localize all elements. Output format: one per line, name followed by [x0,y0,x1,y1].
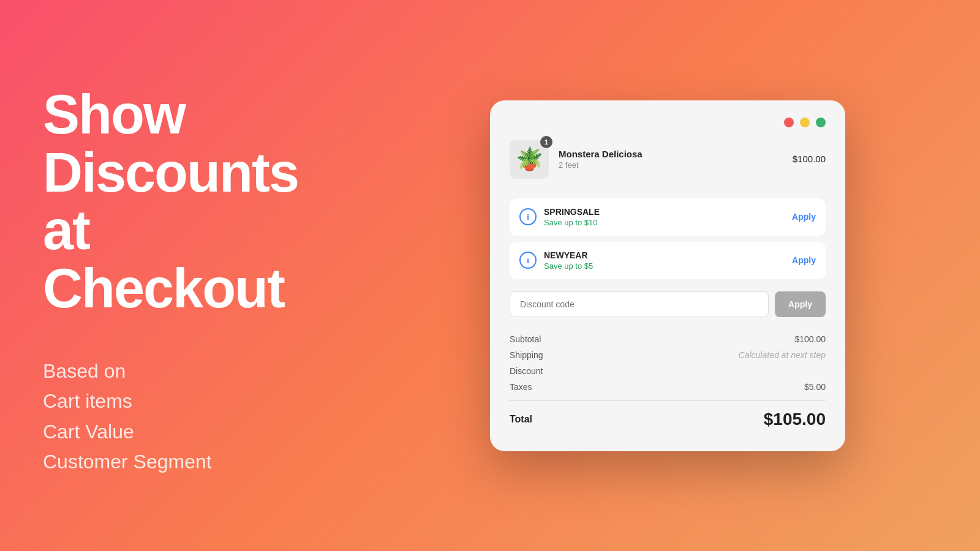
list-item-customer-segment: Customer Segment [43,447,337,478]
window-dot-green [816,118,826,127]
product-price: $100.00 [793,154,826,164]
product-badge: 1 [540,136,552,148]
discount-savings-2: Save up to $5 [544,261,785,271]
based-on-label: Based on [43,356,337,387]
total-divider [510,400,826,401]
taxes-value: $5.00 [804,382,826,392]
taxes-row: Taxes $5.00 [510,382,826,392]
checkout-card: 🪴 1 Monstera Deliciosa 2 feet $100.00 i … [490,100,845,451]
product-row: 🪴 1 Monstera Deliciosa 2 feet $100.00 [510,140,826,184]
order-summary: Subtotal $100.00 Shipping Calculated at … [510,332,826,429]
discount-texts-2: NEWYEAR Save up to $5 [544,250,785,271]
apply-discount-1-button[interactable]: Apply [792,212,816,222]
product-name: Monstera Deliciosa [559,149,783,159]
subtotal-row: Subtotal $100.00 [510,334,826,344]
discount-input-row: Apply [510,291,826,317]
taxes-label: Taxes [510,382,532,392]
discount-row: Discount [510,366,826,376]
based-on-list: Based on Cart items Cart Value Customer … [43,356,337,478]
discount-code-1: SPRINGSALE [544,207,785,217]
subtotal-label: Subtotal [510,334,541,344]
apply-discount-2-button[interactable]: Apply [792,255,816,265]
total-row: Total $105.00 [510,410,826,429]
total-value: $105.00 [764,410,826,429]
product-variant: 2 feet [559,160,783,170]
window-controls [510,118,826,127]
info-icon-2: i [519,252,537,269]
discount-suggestion-1: i SPRINGSALE Save up to $10 Apply [510,198,826,236]
product-info: Monstera Deliciosa 2 feet [559,149,783,170]
window-dot-yellow [800,118,810,127]
product-image-wrap: 🪴 1 [510,140,549,179]
info-icon-1: i [519,208,537,225]
list-item-cart-items: Cart items [43,386,337,417]
left-panel: Show Discounts at Checkout Based on Cart… [0,0,380,551]
window-dot-red [784,118,794,127]
shipping-row: Shipping Calculated at next step [510,350,826,360]
discount-label: Discount [510,366,543,376]
discount-texts-1: SPRINGSALE Save up to $10 [544,207,785,227]
discount-code-2: NEWYEAR [544,250,785,260]
subtotal-value: $100.00 [794,334,826,344]
headline: Show Discounts at Checkout [43,86,337,317]
right-panel: 🪴 1 Monstera Deliciosa 2 feet $100.00 i … [380,76,980,476]
shipping-value: Calculated at next step [739,350,826,360]
total-label: Total [510,414,532,425]
discount-apply-button[interactable]: Apply [775,291,826,317]
discount-suggestion-2: i NEWYEAR Save up to $5 Apply [510,242,826,279]
discount-savings-1: Save up to $10 [544,218,785,227]
discount-code-input[interactable] [510,291,769,317]
shipping-label: Shipping [510,350,543,360]
list-item-cart-value: Cart Value [43,417,337,448]
headline-text: Show Discounts at Checkout [43,86,337,317]
